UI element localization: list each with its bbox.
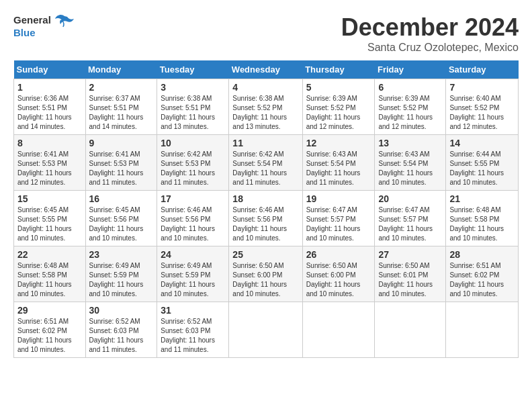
day-number: 1 xyxy=(17,82,82,93)
calendar-cell: 4 Sunrise: 6:38 AMSunset: 5:52 PMDayligh… xyxy=(229,79,302,135)
day-info: Sunrise: 6:50 AMSunset: 6:00 PMDaylight:… xyxy=(306,262,361,298)
day-number: 23 xyxy=(89,249,154,260)
col-friday: Friday xyxy=(375,60,446,79)
calendar-cell: 7 Sunrise: 6:40 AMSunset: 5:52 PMDayligh… xyxy=(446,79,519,135)
calendar-cell: 17 Sunrise: 6:46 AMSunset: 5:56 PMDaylig… xyxy=(157,191,229,246)
day-number: 9 xyxy=(89,138,154,148)
day-number: 5 xyxy=(306,82,371,93)
calendar-cell: 27 Sunrise: 6:50 AMSunset: 6:01 PMDaylig… xyxy=(375,246,446,302)
calendar-cell-empty xyxy=(229,302,302,358)
calendar-cell: 29 Sunrise: 6:51 AMSunset: 6:02 PMDaylig… xyxy=(14,302,86,358)
day-number: 10 xyxy=(161,138,225,148)
calendar-cell: 16 Sunrise: 6:45 AMSunset: 5:56 PMDaylig… xyxy=(85,191,157,246)
day-info: Sunrise: 6:51 AMSunset: 6:02 PMDaylight:… xyxy=(449,262,504,298)
day-number: 7 xyxy=(449,82,515,93)
day-info: Sunrise: 6:48 AMSunset: 5:58 PMDaylight:… xyxy=(17,262,72,298)
day-info: Sunrise: 6:43 AMSunset: 5:54 PMDaylight:… xyxy=(306,150,361,186)
calendar-cell: 14 Sunrise: 6:44 AMSunset: 5:55 PMDaylig… xyxy=(446,135,519,191)
calendar-cell: 21 Sunrise: 6:48 AMSunset: 5:58 PMDaylig… xyxy=(446,191,519,246)
day-info: Sunrise: 6:40 AMSunset: 5:52 PMDaylight:… xyxy=(449,95,504,130)
calendar-week-row: 8 Sunrise: 6:41 AMSunset: 5:53 PMDayligh… xyxy=(14,135,519,191)
calendar-cell: 31 Sunrise: 6:52 AMSunset: 6:03 PMDaylig… xyxy=(157,302,229,358)
day-number: 28 xyxy=(449,249,515,260)
calendar-cell-empty xyxy=(302,302,375,358)
calendar-cell: 18 Sunrise: 6:46 AMSunset: 5:56 PMDaylig… xyxy=(229,191,302,246)
calendar-cell: 15 Sunrise: 6:45 AMSunset: 5:55 PMDaylig… xyxy=(14,191,86,246)
col-tuesday: Tuesday xyxy=(157,60,229,79)
logo-bird-icon xyxy=(55,13,74,28)
calendar-cell: 20 Sunrise: 6:47 AMSunset: 5:57 PMDaylig… xyxy=(375,191,446,246)
day-number: 18 xyxy=(232,193,298,204)
day-info: Sunrise: 6:41 AMSunset: 5:53 PMDaylight:… xyxy=(17,150,72,186)
day-number: 14 xyxy=(449,138,515,148)
day-number: 22 xyxy=(17,249,82,260)
day-number: 26 xyxy=(306,249,371,260)
calendar-header-row: Sunday Monday Tuesday Wednesday Thursday… xyxy=(14,60,519,79)
day-info: Sunrise: 6:47 AMSunset: 5:57 PMDaylight:… xyxy=(378,206,433,242)
day-info: Sunrise: 6:43 AMSunset: 5:54 PMDaylight:… xyxy=(378,150,433,186)
day-number: 17 xyxy=(161,193,225,204)
location-title: Santa Cruz Ozolotepec, Mexico xyxy=(341,42,519,54)
col-saturday: Saturday xyxy=(446,60,519,79)
calendar-cell: 1 Sunrise: 6:36 AMSunset: 5:51 PMDayligh… xyxy=(14,79,86,135)
day-info: Sunrise: 6:44 AMSunset: 5:55 PMDaylight:… xyxy=(449,150,504,186)
calendar-cell: 26 Sunrise: 6:50 AMSunset: 6:00 PMDaylig… xyxy=(302,246,375,302)
day-number: 2 xyxy=(89,82,154,93)
day-info: Sunrise: 6:50 AMSunset: 6:00 PMDaylight:… xyxy=(232,262,287,298)
calendar-cell: 22 Sunrise: 6:48 AMSunset: 5:58 PMDaylig… xyxy=(14,246,86,302)
day-number: 31 xyxy=(161,305,225,316)
day-number: 21 xyxy=(449,193,515,204)
day-number: 11 xyxy=(232,138,298,148)
day-info: Sunrise: 6:42 AMSunset: 5:54 PMDaylight:… xyxy=(232,150,287,186)
calendar-cell: 28 Sunrise: 6:51 AMSunset: 6:02 PMDaylig… xyxy=(446,246,519,302)
calendar-week-row: 22 Sunrise: 6:48 AMSunset: 5:58 PMDaylig… xyxy=(14,246,519,302)
calendar-week-row: 1 Sunrise: 6:36 AMSunset: 5:51 PMDayligh… xyxy=(14,79,519,135)
calendar-cell: 30 Sunrise: 6:52 AMSunset: 6:03 PMDaylig… xyxy=(85,302,157,358)
calendar-week-row: 29 Sunrise: 6:51 AMSunset: 6:02 PMDaylig… xyxy=(14,302,519,358)
day-number: 3 xyxy=(161,82,225,93)
day-info: Sunrise: 6:38 AMSunset: 5:52 PMDaylight:… xyxy=(232,95,287,130)
calendar-cell-empty xyxy=(375,302,446,358)
day-number: 24 xyxy=(161,249,225,260)
day-info: Sunrise: 6:45 AMSunset: 5:55 PMDaylight:… xyxy=(17,206,72,242)
day-info: Sunrise: 6:41 AMSunset: 5:53 PMDaylight:… xyxy=(89,150,144,186)
calendar-cell: 23 Sunrise: 6:49 AMSunset: 5:59 PMDaylig… xyxy=(85,246,157,302)
logo-blue: Blue xyxy=(13,27,36,38)
day-info: Sunrise: 6:46 AMSunset: 5:56 PMDaylight:… xyxy=(232,206,287,242)
calendar-cell: 13 Sunrise: 6:43 AMSunset: 5:54 PMDaylig… xyxy=(375,135,446,191)
calendar-cell: 12 Sunrise: 6:43 AMSunset: 5:54 PMDaylig… xyxy=(302,135,375,191)
calendar-cell: 9 Sunrise: 6:41 AMSunset: 5:53 PMDayligh… xyxy=(85,135,157,191)
day-number: 13 xyxy=(378,138,442,148)
calendar-cell: 6 Sunrise: 6:39 AMSunset: 5:52 PMDayligh… xyxy=(375,79,446,135)
calendar-table: Sunday Monday Tuesday Wednesday Thursday… xyxy=(13,60,519,358)
day-number: 6 xyxy=(378,82,442,93)
calendar-week-row: 15 Sunrise: 6:45 AMSunset: 5:55 PMDaylig… xyxy=(14,191,519,246)
calendar-cell: 5 Sunrise: 6:39 AMSunset: 5:52 PMDayligh… xyxy=(302,79,375,135)
day-info: Sunrise: 6:47 AMSunset: 5:57 PMDaylight:… xyxy=(306,206,361,242)
day-number: 25 xyxy=(232,249,298,260)
day-info: Sunrise: 6:51 AMSunset: 6:02 PMDaylight:… xyxy=(17,318,72,353)
calendar-cell: 2 Sunrise: 6:37 AMSunset: 5:51 PMDayligh… xyxy=(85,79,157,135)
day-info: Sunrise: 6:52 AMSunset: 6:03 PMDaylight:… xyxy=(161,318,215,353)
day-number: 30 xyxy=(89,305,154,316)
logo-general: General xyxy=(13,14,51,26)
day-info: Sunrise: 6:39 AMSunset: 5:52 PMDaylight:… xyxy=(378,95,433,130)
day-number: 8 xyxy=(17,138,82,148)
day-number: 27 xyxy=(378,249,442,260)
col-monday: Monday xyxy=(85,60,157,79)
day-info: Sunrise: 6:46 AMSunset: 5:56 PMDaylight:… xyxy=(161,206,215,242)
day-info: Sunrise: 6:49 AMSunset: 5:59 PMDaylight:… xyxy=(161,262,215,298)
day-number: 19 xyxy=(306,193,371,204)
calendar-cell: 24 Sunrise: 6:49 AMSunset: 5:59 PMDaylig… xyxy=(157,246,229,302)
day-info: Sunrise: 6:42 AMSunset: 5:53 PMDaylight:… xyxy=(161,150,215,186)
day-number: 20 xyxy=(378,193,442,204)
calendar-cell: 11 Sunrise: 6:42 AMSunset: 5:54 PMDaylig… xyxy=(229,135,302,191)
day-info: Sunrise: 6:37 AMSunset: 5:51 PMDaylight:… xyxy=(89,95,144,130)
calendar-cell: 25 Sunrise: 6:50 AMSunset: 6:00 PMDaylig… xyxy=(229,246,302,302)
day-number: 12 xyxy=(306,138,371,148)
page-header: General Blue December 2024 Santa Cruz Oz… xyxy=(13,13,519,54)
calendar-cell: 8 Sunrise: 6:41 AMSunset: 5:53 PMDayligh… xyxy=(14,135,86,191)
month-title: December 2024 xyxy=(341,13,519,42)
logo: General Blue xyxy=(13,13,74,38)
col-wednesday: Wednesday xyxy=(229,60,302,79)
